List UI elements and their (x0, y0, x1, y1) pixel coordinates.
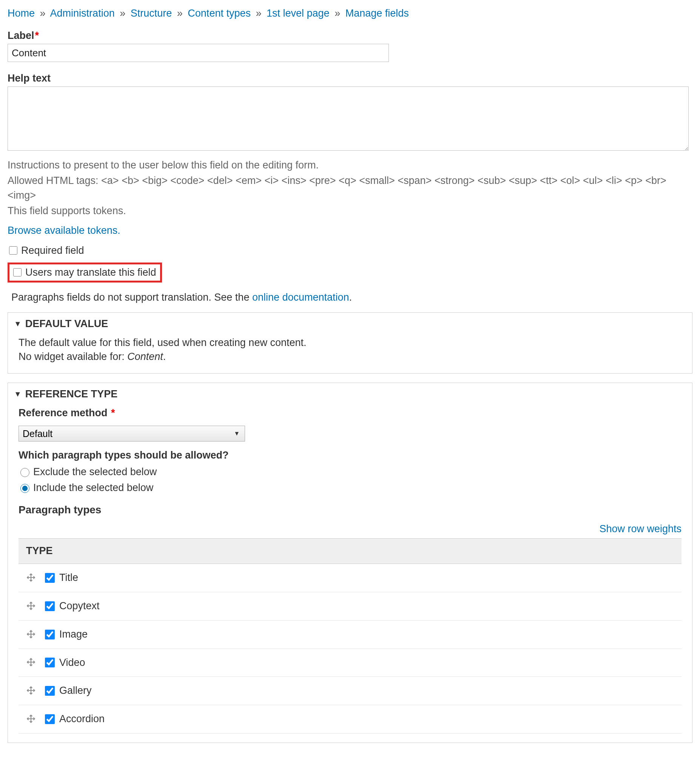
help-text-desc-1: Instructions to present to the user belo… (8, 158, 692, 173)
reference-method-select[interactable]: Default (19, 426, 245, 442)
breadcrumb-sep: » (256, 8, 261, 19)
drag-handle-icon[interactable] (26, 714, 36, 725)
radio-exclude[interactable] (21, 468, 30, 477)
help-text-desc-3: This field supports tokens. (8, 204, 692, 218)
breadcrumb-manage-fields[interactable]: Manage fields (346, 8, 409, 19)
breadcrumb-administration[interactable]: Administration (50, 8, 115, 19)
translation-note: Paragraphs fields do not support transla… (11, 291, 692, 303)
table-row: Gallery (19, 677, 681, 705)
row-inner: Copytext (26, 599, 674, 613)
required-marker: * (108, 407, 115, 418)
label-input[interactable] (8, 44, 389, 62)
radio-include-label: Include the selected below (33, 481, 153, 495)
paragraph-type-label: Gallery (59, 684, 92, 698)
translate-field-label: Users may translate this field (25, 267, 156, 279)
reference-type-body: Reference method * Default Which paragra… (8, 405, 692, 742)
default-value-line1: The default value for this field, used w… (19, 336, 681, 350)
breadcrumb-sep: » (40, 8, 46, 19)
breadcrumb-sep: » (120, 8, 125, 19)
default-value-toggle[interactable]: ▼ DEFAULT VALUE (8, 313, 692, 335)
table-row: Accordion (19, 705, 681, 734)
type-cell: Image (19, 620, 681, 649)
paragraph-types-table: TYPE Title Copytext Image Video Gallery … (19, 538, 681, 734)
paragraph-type-checkbox[interactable] (45, 658, 55, 668)
reference-method-select-wrap: Default (19, 426, 245, 442)
show-row-weights-wrap: Show row weights (19, 522, 681, 537)
reference-type-fieldset: ▼ REFERENCE TYPE Reference method * Defa… (8, 383, 692, 743)
table-row: Image (19, 620, 681, 649)
type-cell: Title (19, 564, 681, 592)
breadcrumb-sep: » (177, 8, 183, 19)
help-text-desc-2: Allowed HTML tags: <a> <b> <big> <code> … (8, 173, 692, 203)
online-documentation-link[interactable]: online documentation (252, 291, 349, 303)
drag-handle-icon[interactable] (26, 573, 36, 583)
paragraph-type-label: Title (59, 571, 78, 585)
default-value-line2-prefix: No widget available for: (19, 351, 127, 362)
label-field-label: Label* (8, 30, 692, 41)
type-cell: Video (19, 649, 681, 677)
radio-include-row: Include the selected below (19, 481, 681, 495)
required-marker: * (35, 30, 39, 41)
row-inner: Video (26, 656, 674, 670)
which-paragraph-label: Which paragraph types should be allowed? (19, 448, 681, 463)
paragraph-type-label: Video (59, 656, 85, 670)
row-inner: Title (26, 571, 674, 585)
help-text-label: Help text (8, 73, 692, 84)
translate-field-checkbox[interactable] (13, 268, 22, 277)
show-row-weights-link[interactable]: Show row weights (599, 523, 681, 535)
default-value-body: The default value for this field, used w… (8, 335, 692, 374)
paragraph-type-label: Image (59, 627, 88, 642)
radio-include[interactable] (21, 484, 30, 493)
default-value-line2-italic: Content (127, 351, 163, 362)
translate-field-row: Users may translate this field (12, 267, 156, 279)
table-row: Title (19, 564, 681, 592)
drag-handle-icon[interactable] (26, 685, 36, 696)
required-field-label: Required field (21, 245, 84, 256)
label-text: Label (8, 30, 34, 41)
reference-method-label: Reference method * (19, 406, 681, 420)
triangle-down-icon: ▼ (14, 390, 22, 399)
translation-note-suffix: . (349, 291, 352, 303)
table-row: Video (19, 649, 681, 677)
breadcrumb-sep: » (335, 8, 340, 19)
type-cell: Accordion (19, 705, 681, 734)
breadcrumb-home[interactable]: Home (8, 8, 35, 19)
translation-note-prefix: Paragraphs fields do not support transla… (11, 291, 252, 303)
required-field-checkbox[interactable] (9, 246, 17, 255)
default-value-line2: No widget available for: Content. (19, 350, 681, 364)
paragraph-type-checkbox[interactable] (45, 630, 55, 639)
type-column-header: TYPE (19, 539, 681, 564)
row-inner: Accordion (26, 712, 674, 726)
default-value-title: DEFAULT VALUE (25, 318, 108, 330)
row-inner: Image (26, 627, 674, 642)
paragraph-type-checkbox[interactable] (45, 686, 55, 696)
breadcrumb-content-types[interactable]: Content types (188, 8, 251, 19)
paragraph-type-checkbox[interactable] (45, 601, 55, 611)
radio-exclude-row: Exclude the selected below (19, 465, 681, 479)
drag-handle-icon[interactable] (26, 657, 36, 668)
help-text-textarea[interactable] (8, 87, 689, 151)
reference-type-toggle[interactable]: ▼ REFERENCE TYPE (8, 383, 692, 405)
default-value-line2-suffix: . (163, 351, 166, 362)
paragraph-types-heading: Paragraph types (19, 502, 681, 517)
required-field-row: Required field (8, 245, 692, 256)
default-value-fieldset: ▼ DEFAULT VALUE The default value for th… (8, 312, 692, 374)
reference-type-title: REFERENCE TYPE (25, 388, 118, 400)
radio-exclude-label: Exclude the selected below (33, 465, 157, 479)
browse-tokens-link[interactable]: Browse available tokens. (8, 225, 120, 236)
drag-handle-icon[interactable] (26, 601, 36, 611)
paragraph-type-label: Accordion (59, 712, 104, 726)
breadcrumb-structure[interactable]: Structure (131, 8, 172, 19)
type-cell: Copytext (19, 592, 681, 620)
translate-field-highlight: Users may translate this field (8, 263, 162, 283)
drag-handle-icon[interactable] (26, 629, 36, 640)
paragraph-type-label: Copytext (59, 599, 100, 613)
breadcrumb: Home » Administration » Structure » Cont… (8, 8, 692, 19)
row-inner: Gallery (26, 684, 674, 698)
paragraph-type-checkbox[interactable] (45, 573, 55, 583)
triangle-down-icon: ▼ (14, 320, 22, 328)
paragraph-type-checkbox[interactable] (45, 714, 55, 724)
reference-method-text: Reference method (19, 407, 107, 418)
table-row: Copytext (19, 592, 681, 620)
breadcrumb-first-level-page[interactable]: 1st level page (267, 8, 330, 19)
